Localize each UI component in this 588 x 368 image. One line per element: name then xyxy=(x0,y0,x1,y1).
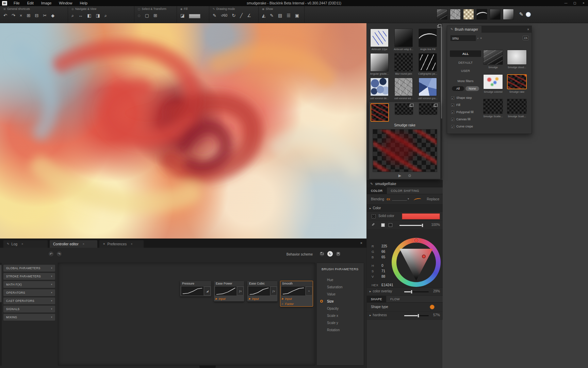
panel-close-icon[interactable]: × xyxy=(360,241,362,245)
sidebar-item-signals[interactable]: SIGNALS xyxy=(3,306,55,312)
filter-tab-default[interactable]: DEFAULT xyxy=(450,59,481,66)
sidebar-item-stroke-parameters[interactable]: STROKE PARAMETERS xyxy=(3,273,55,280)
chevron-down-icon[interactable]: ▾ xyxy=(408,197,409,200)
filter-all-button[interactable]: All xyxy=(452,86,464,91)
preset-thumbnail[interactable] xyxy=(476,9,487,20)
preset-thumbnail[interactable] xyxy=(490,9,501,20)
rotate-icon[interactable]: ↻ xyxy=(232,12,235,19)
node-pressure[interactable]: Pressure ◢ xyxy=(180,281,211,296)
brush-thumbnail[interactable] xyxy=(419,29,437,47)
param-size[interactable]: Size xyxy=(317,298,364,305)
close-icon[interactable]: × xyxy=(579,0,588,6)
tab-close-icon[interactable]: × xyxy=(83,242,84,246)
preset-thumbnail[interactable] xyxy=(437,9,447,20)
grid-tool2-icon[interactable]: ⊟ xyxy=(35,12,38,19)
brush-thumbnail[interactable] xyxy=(483,50,503,65)
brush-thumbnail[interactable] xyxy=(370,29,389,47)
filter-checkbox-shape-step[interactable]: ✓Shape step xyxy=(451,96,472,99)
dither-mode-icon[interactable] xyxy=(389,223,392,227)
brush-thumbnail[interactable] xyxy=(483,74,503,89)
replace-label[interactable]: Replace xyxy=(427,197,439,201)
menu-edit[interactable]: Edit xyxy=(23,0,37,6)
sidebar-item-mixing[interactable]: MIXING xyxy=(3,314,55,321)
current-color-dot[interactable] xyxy=(526,12,531,17)
tab-color[interactable]: COLOR xyxy=(367,187,387,194)
tab-shape[interactable]: SHAPE xyxy=(367,296,386,302)
tab-controller-editor[interactable]: Controller editor × xyxy=(50,240,97,248)
node-ease-power[interactable]: Ease Power ƒx ▶Input xyxy=(214,281,244,302)
redo-button[interactable]: ↷ xyxy=(56,251,62,257)
clear-search-icon[interactable]: × xyxy=(480,36,482,40)
blending-value[interactable]: ex xyxy=(387,197,390,201)
selected-brush-thumbnail[interactable] xyxy=(371,103,389,122)
param-value[interactable]: Value xyxy=(317,291,364,298)
brush-manager-titlebar[interactable]: ✎ Brush manager × xyxy=(447,26,532,33)
param-saturation[interactable]: Saturation xyxy=(317,284,364,291)
flip-h-icon[interactable]: ◧ xyxy=(87,12,91,19)
tab-close-icon[interactable]: × xyxy=(21,242,23,246)
brush-thumbnail[interactable] xyxy=(419,78,437,96)
param-hue[interactable]: Hue xyxy=(317,277,364,283)
search-icon[interactable]: ⌕ xyxy=(477,36,479,40)
color-overlay-label[interactable]: color overlay xyxy=(370,289,392,293)
param-rotation[interactable]: Rotation xyxy=(317,327,364,334)
node-graph-area[interactable]: Pressure ◢ Ease Power ƒx ▶Input xyxy=(58,263,315,366)
frame-icon[interactable]: ▣ xyxy=(295,12,299,19)
brush-grid-scrollbar[interactable] xyxy=(441,27,442,119)
filter-tab-all[interactable]: ALL xyxy=(450,50,481,57)
layers-icon[interactable]: ▤ xyxy=(278,12,282,19)
open-scheme-button[interactable] xyxy=(319,251,325,257)
sort-alpha-icon[interactable]: ZA xyxy=(523,36,529,40)
brush-thumbnail[interactable] xyxy=(395,103,413,115)
maximize-icon[interactable]: ▢ xyxy=(570,0,579,6)
eyedropper-icon[interactable]: ✎ xyxy=(372,223,375,227)
tab-log[interactable]: ✎ Log × xyxy=(3,240,48,248)
rotate-60-icon[interactable]: ↺60 xyxy=(221,12,228,19)
param-scale-x[interactable]: Scale x xyxy=(317,312,364,319)
node-port-input[interactable]: ▶Input xyxy=(214,296,244,301)
save-scheme-button[interactable] xyxy=(335,251,341,257)
color-section-header[interactable]: Color xyxy=(367,204,443,212)
filter-checkbox-polygonal-fill[interactable]: ✓Polygonal fill xyxy=(451,110,474,114)
zoom-reset-icon[interactable]: ⌕ xyxy=(104,12,107,19)
minimize-icon[interactable]: — xyxy=(561,0,570,6)
cut-icon[interactable]: ✂ xyxy=(43,12,47,19)
flip-v-icon[interactable]: ◨ xyxy=(96,12,100,19)
node-port-input[interactable]: ▶Input xyxy=(280,296,313,301)
opacity-slider[interactable] xyxy=(399,225,423,226)
undo-icon[interactable]: ↶ xyxy=(3,12,7,19)
node-port-input[interactable]: ▶Input xyxy=(247,296,277,301)
node-ease-cubic[interactable]: Ease Cubic ƒx ▶Input xyxy=(247,281,278,302)
color-wheel[interactable] xyxy=(392,238,441,287)
hue-marker[interactable] xyxy=(414,238,419,243)
sidebar-scrollbar[interactable] xyxy=(0,263,2,366)
line-icon[interactable]: ╱ xyxy=(240,12,243,19)
blending-dropdown[interactable] xyxy=(392,200,407,201)
sidebar-item-operators[interactable]: OPERATORS xyxy=(3,289,55,296)
brush-tip-icon[interactable]: ◭ xyxy=(262,12,265,19)
preset-thumbnail[interactable] xyxy=(463,9,474,20)
pen-tool-icon[interactable]: ✎ xyxy=(519,11,523,17)
close-icon[interactable]: × xyxy=(527,28,529,31)
brush-thumbnail[interactable] xyxy=(419,103,437,115)
tab-close-icon[interactable]: × xyxy=(131,242,132,246)
menu-window[interactable]: Window xyxy=(55,0,76,6)
brush-thumbnail[interactable] xyxy=(394,53,413,72)
zoom-icon[interactable]: ⌕ xyxy=(71,12,74,19)
sidebar-item-global-parameters[interactable]: GLOBAL PARAMETERS xyxy=(3,265,55,272)
param-opacity[interactable]: Opacity xyxy=(317,305,364,312)
play-preview-icon[interactable]: ▶ xyxy=(398,173,401,178)
undo-button[interactable]: ↶ xyxy=(48,251,54,257)
ink-drop-icon[interactable]: ◆ xyxy=(51,12,54,19)
lasso-icon[interactable]: ◌ xyxy=(138,12,141,19)
panel-drag-handle[interactable] xyxy=(199,366,216,368)
fill-color-swatch[interactable] xyxy=(189,14,200,18)
brush-thumbnail[interactable] xyxy=(507,99,527,114)
menu-help[interactable]: Help xyxy=(76,0,91,6)
filter-checkbox-fill[interactable]: ✓Fill xyxy=(451,103,460,107)
marquee-icon[interactable]: ▢ xyxy=(145,12,149,19)
brush-thumbnail[interactable] xyxy=(394,78,413,96)
selected-brush-thumbnail[interactable] xyxy=(507,74,527,89)
grid-tool-icon[interactable]: ⊞ xyxy=(27,12,30,19)
filter-checkbox-curve-crepe[interactable]: ✓Curve crepe xyxy=(451,125,473,128)
